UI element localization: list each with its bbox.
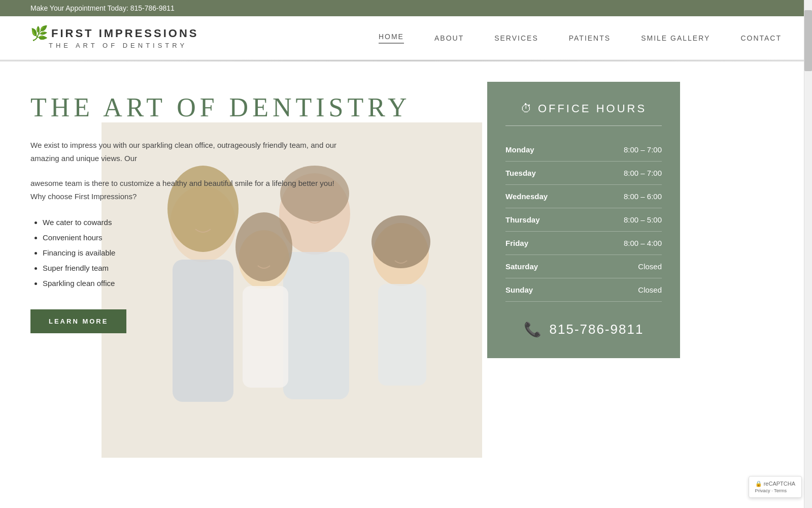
oh-day-sunday: Sunday (505, 285, 533, 294)
office-hours-panel: ⏱ OFFICE HOURS Monday 8:00 – 7:00 Tuesda… (487, 82, 680, 358)
leaf-icon: 🌿 (30, 26, 48, 41)
list-item: Super friendly team (43, 261, 467, 276)
banner-text: Make Your Appointment Today: 815-786-981… (30, 4, 175, 12)
logo-top: 🌿 FIRST IMPRESSIONS (30, 26, 198, 41)
oh-row-saturday: Saturday Closed (505, 255, 662, 278)
logo: 🌿 FIRST IMPRESSIONS THE ART OF DENTISTRY (30, 26, 198, 49)
bullet-list: We cater to cowards Convenient hours Fin… (30, 215, 467, 291)
top-banner: Make Your Appointment Today: 815-786-981… (0, 0, 812, 16)
nav-about[interactable]: ABOUT (434, 34, 464, 42)
logo-text-main: FIRST IMPRESSIONS (51, 27, 198, 40)
oh-time-sunday: Closed (638, 285, 662, 294)
oh-day-monday: Monday (505, 145, 534, 154)
header: 🌿 FIRST IMPRESSIONS THE ART OF DENTISTRY… (0, 16, 812, 60)
oh-day-thursday: Thursday (505, 215, 540, 224)
oh-row-wednesday: Wednesday 8:00 – 6:00 (505, 185, 662, 208)
nav-home[interactable]: HOME (379, 33, 404, 44)
nav-contact[interactable]: CONTACT (740, 34, 782, 42)
oh-day-saturday: Saturday (505, 262, 538, 271)
nav-services[interactable]: SERVICES (494, 34, 538, 42)
clock-icon: ⏱ (521, 102, 532, 115)
hero-section: THE ART OF DENTISTRY We exist to impress… (30, 92, 467, 458)
scrollbar[interactable] (804, 0, 812, 458)
oh-row-friday: Friday 8:00 – 4:00 (505, 232, 662, 255)
oh-row-sunday: Sunday Closed (505, 278, 662, 302)
oh-time-wednesday: 8:00 – 6:00 (624, 192, 662, 201)
nav-patients[interactable]: PATIENTS (569, 34, 611, 42)
oh-phone-number: 815-786-9811 (550, 322, 644, 337)
list-item: Sparkling clean office (43, 276, 467, 291)
nav-smile-gallery[interactable]: SMILE GALLERY (641, 34, 710, 42)
main-nav: HOME ABOUT SERVICES PATIENTS SMILE GALLE… (379, 33, 782, 44)
oh-day-tuesday: Tuesday (505, 169, 536, 177)
list-item: We cater to cowards (43, 215, 467, 230)
main-content: THE ART OF DENTISTRY We exist to impress… (0, 61, 812, 458)
oh-row-tuesday: Tuesday 8:00 – 7:00 (505, 162, 662, 185)
oh-title: OFFICE HOURS (538, 102, 647, 115)
oh-row-thursday: Thursday 8:00 – 5:00 (505, 208, 662, 232)
oh-divider (505, 125, 662, 126)
list-item: Convenient hours (43, 230, 467, 245)
phone-icon: 📞 (524, 321, 542, 338)
oh-time-tuesday: 8:00 – 7:00 (624, 169, 662, 177)
hero-description-1: We exist to impress you with our sparkli… (30, 139, 345, 165)
oh-time-saturday: Closed (638, 262, 662, 271)
oh-time-monday: 8:00 – 7:00 (624, 145, 662, 154)
oh-day-wednesday: Wednesday (505, 192, 548, 201)
oh-time-friday: 8:00 – 4:00 (624, 239, 662, 247)
hero-description-2: awesome team is there to customize a hea… (30, 177, 345, 203)
learn-more-button[interactable]: LEARN MORE (30, 309, 126, 333)
scrollbar-thumb[interactable] (804, 10, 812, 71)
hero-title: THE ART OF DENTISTRY (30, 92, 467, 123)
oh-phone-section: 📞 815-786-9811 (505, 316, 662, 338)
oh-time-thursday: 8:00 – 5:00 (624, 215, 662, 224)
oh-header: ⏱ OFFICE HOURS (505, 102, 662, 115)
oh-day-friday: Friday (505, 239, 528, 247)
logo-text-sub: THE ART OF DENTISTRY (49, 42, 187, 49)
list-item: Financing is available (43, 245, 467, 261)
oh-row-monday: Monday 8:00 – 7:00 (505, 138, 662, 162)
